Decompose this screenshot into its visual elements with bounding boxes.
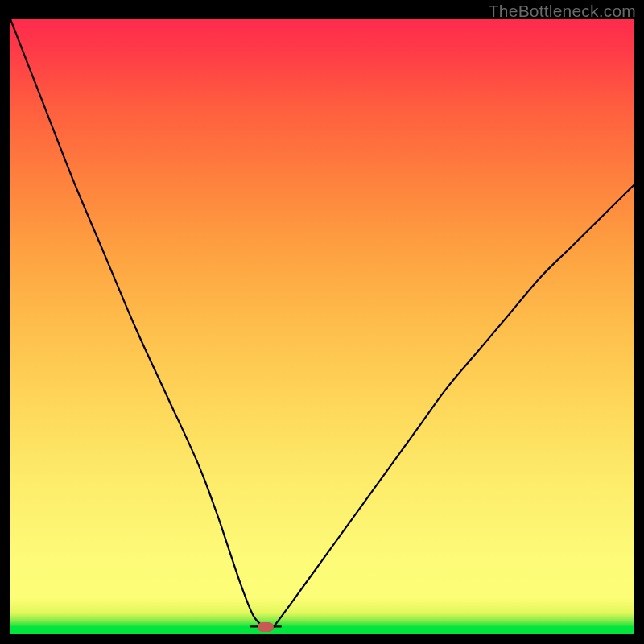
- chart-curve-svg: [10, 19, 634, 634]
- bottleneck-curve: [10, 19, 634, 630]
- optimal-point-marker: [258, 622, 274, 632]
- chart-frame: [10, 19, 634, 634]
- watermark-text: TheBottleneck.com: [489, 2, 636, 21]
